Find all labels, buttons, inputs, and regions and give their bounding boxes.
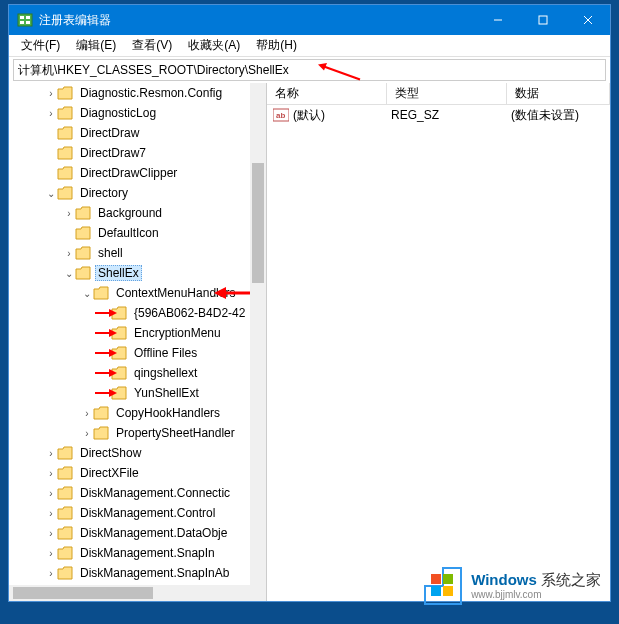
expand-icon[interactable]: › — [63, 248, 75, 259]
titlebar[interactable]: 注册表编辑器 — [9, 5, 610, 35]
svg-rect-3 — [26, 16, 30, 19]
tree-item[interactable]: ›DirectShow — [9, 443, 250, 463]
column-data[interactable]: 数据 — [507, 83, 610, 104]
column-name[interactable]: 名称 — [267, 83, 387, 104]
folder-icon — [93, 426, 109, 440]
expand-icon[interactable]: › — [45, 508, 57, 519]
folder-icon — [111, 326, 127, 340]
tree-item[interactable]: DirectDrawClipper — [9, 163, 250, 183]
expand-icon[interactable]: › — [63, 208, 75, 219]
menu-view[interactable]: 查看(V) — [124, 35, 180, 56]
close-button[interactable] — [565, 5, 610, 35]
tree-item-label: Diagnostic.Resmon.Config — [77, 85, 225, 101]
tree-item[interactable]: qingshellext — [9, 363, 250, 383]
tree-item[interactable]: YunShellExt — [9, 383, 250, 403]
folder-icon — [57, 126, 73, 140]
expand-icon[interactable]: › — [45, 528, 57, 539]
expand-icon[interactable]: › — [81, 428, 93, 439]
tree-item[interactable]: ›DiskManagement.SnapIn — [9, 543, 250, 563]
menu-edit[interactable]: 编辑(E) — [68, 35, 124, 56]
tree-item[interactable]: ⌄ContextMenuHandlers — [9, 283, 250, 303]
tree-item[interactable]: DirectDraw — [9, 123, 250, 143]
tree-item[interactable]: ›DiskManagement.SnapInAb — [9, 563, 250, 583]
scrollbar-thumb[interactable] — [252, 163, 264, 283]
tree-item[interactable]: DirectDraw7 — [9, 143, 250, 163]
minimize-button[interactable] — [475, 5, 520, 35]
folder-icon — [57, 466, 73, 480]
tree-item[interactable]: ›DirectXFile — [9, 463, 250, 483]
tree-item-label: shell — [95, 245, 126, 261]
tree-item[interactable]: ›shell — [9, 243, 250, 263]
string-value-icon: ab — [273, 108, 289, 122]
annotation-arrow-icon — [212, 285, 250, 301]
tree-item[interactable]: ›Diagnostic.Resmon.Config — [9, 83, 250, 103]
tree-item-label: ShellEx — [95, 265, 142, 281]
regedit-window: 注册表编辑器 文件(F) 编辑(E) 查看(V) 收藏夹(A) 帮助(H) 计算… — [8, 4, 611, 602]
tree-item[interactable]: ›PropertySheetHandler — [9, 423, 250, 443]
folder-icon — [57, 166, 73, 180]
tree-item[interactable]: ›Background — [9, 203, 250, 223]
menu-favorites[interactable]: 收藏夹(A) — [180, 35, 248, 56]
expand-icon[interactable]: › — [45, 448, 57, 459]
folder-icon — [57, 566, 73, 580]
expand-icon[interactable]: › — [45, 108, 57, 119]
tree-panel: ›Diagnostic.Resmon.Config›DiagnosticLogD… — [9, 83, 267, 601]
maximize-button[interactable] — [520, 5, 565, 35]
svg-rect-0 — [18, 14, 32, 26]
folder-icon — [57, 106, 73, 120]
tree-item[interactable]: ⌄ShellEx — [9, 263, 250, 283]
regedit-icon — [17, 12, 33, 28]
tree-item[interactable]: ›DiskManagement.Connectic — [9, 483, 250, 503]
folder-icon — [75, 226, 91, 240]
tree-item[interactable]: DefaultIcon — [9, 223, 250, 243]
expand-icon[interactable]: › — [45, 568, 57, 579]
folder-icon — [57, 86, 73, 100]
tree-item-label: DiskManagement.Connectic — [77, 485, 233, 501]
tree-item[interactable]: Offline Files — [9, 343, 250, 363]
list-row[interactable]: ab (默认) REG_SZ (数值未设置) — [267, 105, 610, 125]
folder-icon — [75, 206, 91, 220]
window-controls — [475, 5, 610, 35]
scrollbar-h-thumb[interactable] — [13, 587, 153, 599]
tree-item[interactable]: ›DiskManagement.DataObje — [9, 523, 250, 543]
folder-icon — [111, 386, 127, 400]
menu-file[interactable]: 文件(F) — [13, 35, 68, 56]
folder-icon — [93, 286, 109, 300]
address-bar[interactable]: 计算机\HKEY_CLASSES_ROOT\Directory\ShellEx — [13, 59, 606, 81]
horizontal-scrollbar[interactable] — [9, 585, 250, 601]
svg-rect-1 — [20, 16, 24, 19]
folder-icon — [57, 446, 73, 460]
tree-view[interactable]: ›Diagnostic.Resmon.Config›DiagnosticLogD… — [9, 83, 250, 601]
expand-icon[interactable]: › — [45, 488, 57, 499]
svg-rect-4 — [26, 21, 30, 24]
folder-icon — [75, 246, 91, 260]
collapse-icon[interactable]: ⌄ — [81, 288, 93, 299]
tree-item-label: DirectDraw — [77, 125, 142, 141]
tree-item[interactable]: ›CopyHookHandlers — [9, 403, 250, 423]
tree-item[interactable]: EncryptionMenu — [9, 323, 250, 343]
tree-item[interactable]: ›DiskManagement.Control — [9, 503, 250, 523]
expand-icon[interactable]: › — [81, 408, 93, 419]
collapse-icon[interactable]: ⌄ — [63, 268, 75, 279]
expand-icon[interactable]: › — [45, 548, 57, 559]
address-path: 计算机\HKEY_CLASSES_ROOT\Directory\ShellEx — [18, 62, 289, 79]
folder-icon — [75, 266, 91, 280]
list-header: 名称 类型 数据 — [267, 83, 610, 105]
tree-item[interactable]: ›DiagnosticLog — [9, 103, 250, 123]
vertical-scrollbar[interactable] — [250, 83, 266, 601]
tree-item[interactable]: {596AB062-B4D2-42 — [9, 303, 250, 323]
column-type[interactable]: 类型 — [387, 83, 507, 104]
tree-item-label: DefaultIcon — [95, 225, 162, 241]
tree-item-label: Directory — [77, 185, 131, 201]
expand-icon[interactable]: › — [45, 88, 57, 99]
tree-item-label: {596AB062-B4D2-42 — [131, 305, 248, 321]
folder-icon — [57, 186, 73, 200]
expand-icon[interactable]: › — [45, 468, 57, 479]
folder-icon — [57, 546, 73, 560]
tree-item[interactable]: ⌄Directory — [9, 183, 250, 203]
tree-item-label: Background — [95, 205, 165, 221]
collapse-icon[interactable]: ⌄ — [45, 188, 57, 199]
tree-item-label: YunShellExt — [131, 385, 202, 401]
menu-help[interactable]: 帮助(H) — [248, 35, 305, 56]
tree-item-label: DiskManagement.SnapInAb — [77, 565, 232, 581]
